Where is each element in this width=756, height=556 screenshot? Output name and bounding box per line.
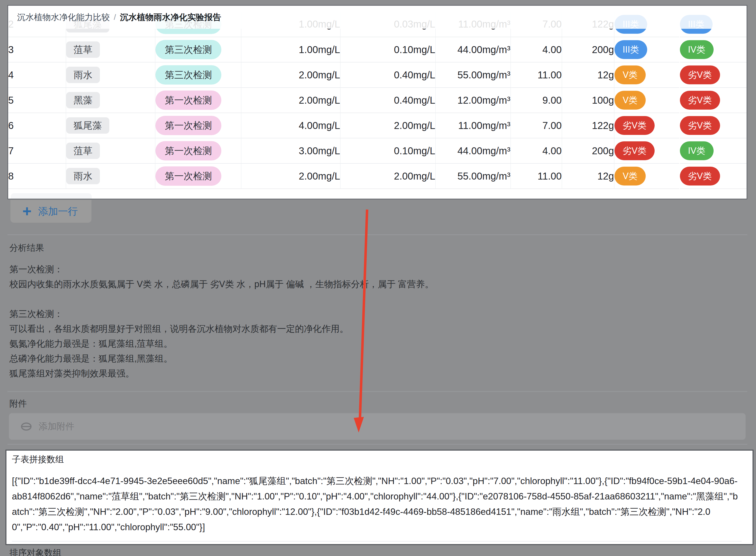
plant-name-tag: 黑藻 [66,92,100,108]
batch-cell[interactable]: 第一次检测 [155,138,241,164]
plant-name-cell[interactable]: 狐尾藻 [66,113,155,138]
p-class-badge: IV类 [680,141,714,160]
batch-cell[interactable]: 第一次检测 [155,88,241,113]
ph-value[interactable]: 4.00 [511,37,562,62]
breadcrumb-current-title: 沉水植物雨水净化实验报告 [120,12,221,23]
batch-tag: 第一次检测 [155,116,221,135]
nh-class-badge: V类 [614,66,646,84]
plant-name-cell[interactable]: 黑藻 [66,88,155,113]
ph-value[interactable]: 4.00 [511,138,562,164]
weight-value[interactable]: 200g [562,138,614,164]
plus-icon [22,207,32,216]
subtable: 2 狐尾藻 第三次检测 1.00mg/L 0.03mg/L 11.00mg/m³… [8,12,747,189]
p-class-badge: 劣V类 [680,66,720,84]
record-detail-page: 2 狐尾藻 第三次检测 1.00mg/L 0.03mg/L 11.00mg/m³… [0,0,756,556]
p-value[interactable]: 2.00mg/L [340,113,436,138]
row-index: 4 [8,62,66,88]
batch-cell[interactable]: 第三次检测 [155,37,241,62]
row-index: 7 [8,138,66,164]
chlorophyll-value[interactable]: 11.00mg/m³ [436,113,511,138]
plant-name-tag: 雨水 [66,67,100,83]
table-row: 8 雨水 第一次检测 2.00mg/L 2.00mg/L 55.00mg/m³ … [8,164,747,189]
table-row: 4 雨水 第三次检测 2.00mg/L 0.40mg/L 55.00mg/m³ … [8,62,747,88]
plant-name-tag: 菹草 [66,41,100,58]
nh-class-badge: 劣V类 [614,141,655,160]
p-class-cell: IV类 [679,37,747,62]
breadcrumb-parent-link[interactable]: 沉水植物水净化能力比较 [17,12,110,23]
nh-class-badge: V类 [614,167,646,185]
add-attachment-button[interactable]: 添加附件 [9,413,746,440]
weight-value[interactable]: 12g [562,164,614,189]
weight-value[interactable]: 200g [562,37,614,62]
ph-value[interactable]: 7.00 [511,113,562,138]
batch-tag: 第一次检测 [155,166,221,186]
subtable-json-spotlight-card: 子表拼接数组 [{"ID":"b1de39ff-dcc4-4e71-9945-3… [5,450,754,545]
table-row: 7 菹草 第一次检测 3.00mg/L 0.10mg/L 44.00mg/m³ … [8,138,747,164]
p-class-badge: 劣V类 [680,116,720,135]
plant-name-tag: 雨水 [66,168,100,184]
nh-class-badge: 劣V类 [614,116,655,135]
field-divider [12,541,742,542]
batch-tag: 第三次检测 [155,65,221,84]
p-class-badge: 劣V类 [680,167,720,185]
table-row: 5 黑藻 第一次检测 2.00mg/L 0.40mg/L 12.00mg/m³ … [8,88,747,113]
section-divider [7,391,747,392]
batch-cell[interactable]: 第一次检测 [155,164,241,189]
batch-cell[interactable]: 第一次检测 [155,113,241,138]
ph-value[interactable]: 11.00 [511,62,562,88]
nh-value[interactable]: 2.00mg/L [241,164,340,189]
add-row-button[interactable]: 添加一行 [10,200,91,223]
chlorophyll-value[interactable]: 55.00mg/m³ [436,164,511,189]
batch-tag: 第三次检测 [155,40,221,59]
subtable-json-value[interactable]: [{"ID":"b1de39ff-dcc4-4e71-9945-3e2e5eee… [12,474,739,535]
p-value[interactable]: 0.40mg/L [340,62,436,88]
nh-value[interactable]: 4.00mg/L [241,113,340,138]
chlorophyll-value[interactable]: 44.00mg/m³ [436,138,511,164]
p-value[interactable]: 0.40mg/L [340,88,436,113]
nh-class-cell: V类 [614,88,679,113]
chlorophyll-value[interactable]: 12.00mg/m³ [436,88,511,113]
plant-name-cell[interactable]: 菹草 [66,37,155,62]
nh-value[interactable]: 2.00mg/L [241,62,340,88]
nh-value[interactable]: 3.00mg/L [241,138,340,164]
chlorophyll-value[interactable]: 55.00mg/m³ [436,62,511,88]
plant-name-tag: 菹草 [66,143,100,159]
nh-class-badge: V类 [614,91,646,110]
plant-name-cell[interactable]: 雨水 [66,62,155,88]
subtable-spotlight-card: 2 狐尾藻 第三次检测 1.00mg/L 0.03mg/L 11.00mg/m³… [7,5,747,199]
row-index: 5 [8,88,66,113]
weight-value[interactable]: 100g [562,88,614,113]
table-row: 3 菹草 第三次检测 1.00mg/L 0.10mg/L 44.00mg/m³ … [8,37,747,62]
nh-value[interactable]: 2.00mg/L [241,88,340,113]
weight-value[interactable]: 122g [562,113,614,138]
row-index: 6 [8,113,66,138]
ph-value[interactable]: 11.00 [511,164,562,189]
plant-name-cell[interactable]: 雨水 [66,164,155,189]
plant-name-cell[interactable]: 菹草 [66,138,155,164]
p-value[interactable]: 0.10mg/L [340,37,436,62]
batch-cell[interactable]: 第三次检测 [155,62,241,88]
ph-value[interactable]: 9.00 [511,88,562,113]
nh-class-badge: III类 [614,40,647,59]
analysis-section-title: 分析结果 [9,242,44,254]
batch-tag: 第一次检测 [155,141,221,161]
add-row-label: 添加一行 [38,205,78,218]
p-class-cell: 劣V类 [679,164,747,189]
analysis-text: 第一次检测： 校园内收集的雨水水质氨氮属于 V类 水，总磷属于 劣V类 水，pH… [9,262,728,381]
row-index: 8 [8,164,66,189]
weight-value[interactable]: 12g [562,62,614,88]
section-divider [7,234,747,235]
p-value[interactable]: 0.10mg/L [340,138,436,164]
sort-array-field-label: 排序对象数组 [9,547,62,556]
p-class-cell: IV类 [679,138,747,164]
row-index: 3 [8,37,66,62]
p-class-cell: 劣V类 [679,113,747,138]
breadcrumb-separator: / [114,13,116,22]
add-attachment-label: 添加附件 [39,420,74,432]
chlorophyll-value[interactable]: 44.00mg/m³ [436,37,511,62]
p-class-badge: 劣V类 [680,91,720,110]
plant-name-tag: 狐尾藻 [66,117,109,134]
p-value[interactable]: 2.00mg/L [340,164,436,189]
nh-class-cell: V类 [614,62,679,88]
nh-value[interactable]: 1.00mg/L [241,37,340,62]
